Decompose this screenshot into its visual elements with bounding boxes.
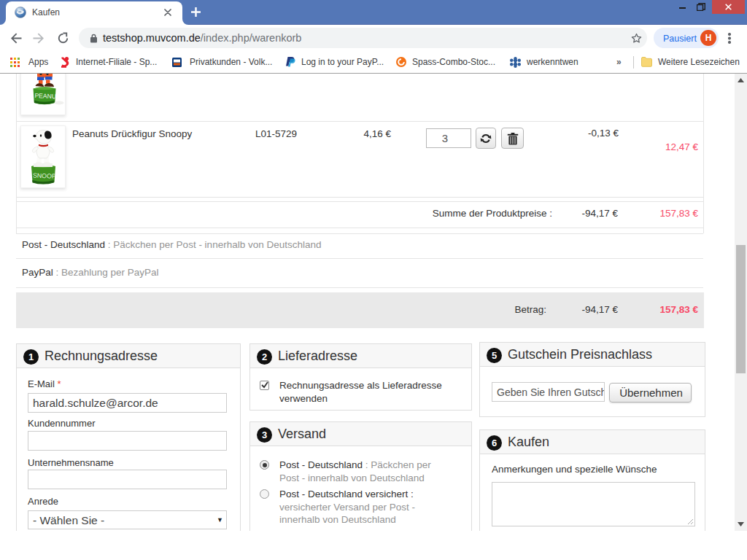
svg-text:SNOOPY: SNOOPY [33,172,61,180]
svg-text:PEANUTS: PEANUTS [34,92,64,100]
